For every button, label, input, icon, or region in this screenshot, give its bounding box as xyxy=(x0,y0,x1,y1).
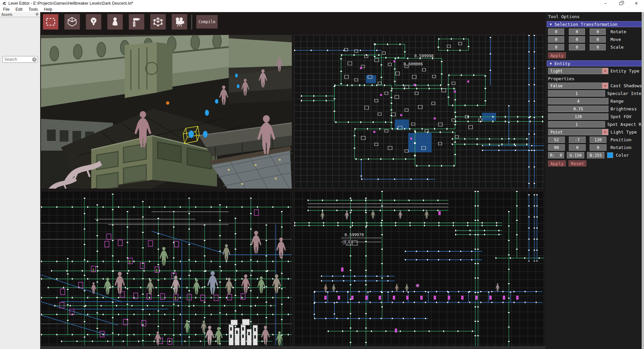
spot-fov-label: Spot FOV xyxy=(610,114,632,119)
toolbar-separator xyxy=(191,15,192,30)
move-label: Move xyxy=(610,37,621,42)
assets-panel-header[interactable]: Assets xyxy=(0,12,40,17)
cube-icon xyxy=(67,17,77,27)
menu-file[interactable]: File xyxy=(0,7,12,12)
select-tool-button[interactable] xyxy=(43,14,58,30)
position-x-input[interactable] xyxy=(548,137,565,143)
movie-camera-icon xyxy=(174,17,184,27)
paint-roller-icon xyxy=(131,17,142,27)
measure-label: 0.599970 xyxy=(344,233,364,237)
rotation-x-input[interactable] xyxy=(548,144,565,151)
brightness-label: Brightness xyxy=(610,106,637,111)
move-z-input[interactable] xyxy=(590,36,606,43)
search-input[interactable] xyxy=(3,57,32,62)
selection-transformation-header[interactable]: ▼ Selection Transformation xyxy=(547,21,643,27)
spot-fov-input[interactable] xyxy=(548,113,608,120)
rotation-z-input[interactable] xyxy=(590,144,606,151)
light-tool-button[interactable] xyxy=(86,14,101,30)
color-swatch[interactable] xyxy=(607,152,613,158)
selection-marquee-icon xyxy=(46,17,56,27)
entity-type-dropdown[interactable]: light ▼ xyxy=(548,68,608,74)
move-x-input[interactable] xyxy=(548,36,564,43)
position-z-input[interactable] xyxy=(590,137,606,143)
measure-label: 0.6 xyxy=(343,240,351,244)
spot-aspect-label: Spot Aspect Ra xyxy=(607,122,644,127)
entity-type-label: Entity Type xyxy=(610,68,639,73)
entity-tool-button[interactable] xyxy=(107,14,123,30)
close-button[interactable]: ✕ xyxy=(629,0,644,7)
position-y-input[interactable] xyxy=(569,137,586,143)
restore-button[interactable] xyxy=(613,0,629,7)
panel-title: Tool Options xyxy=(548,14,644,19)
tool-options-panel: Tool Options ▼ Selection Transformation … xyxy=(545,12,644,349)
lightbulb-icon xyxy=(89,17,99,27)
geometry-tool-button[interactable] xyxy=(64,14,80,30)
viewport-side[interactable]: 0.599970 0.6 xyxy=(294,191,544,346)
viewport-top[interactable]: 0.599998 0.600006 xyxy=(294,35,544,189)
pawn-icon xyxy=(110,17,120,27)
rotate-z-input[interactable] xyxy=(590,29,606,35)
camera-tool-button[interactable] xyxy=(172,14,187,30)
color-green-field[interactable]: G:150 xyxy=(567,152,584,158)
menu-edit[interactable]: Edit xyxy=(12,7,25,12)
rotate-x-input[interactable] xyxy=(548,29,564,35)
pushpin-icon[interactable] xyxy=(36,13,39,16)
rotation-y-input[interactable] xyxy=(569,144,586,151)
scale-label: Scale xyxy=(610,45,624,50)
chevron-down-icon[interactable]: ▼ xyxy=(602,129,608,135)
specular-intensity-input[interactable] xyxy=(548,90,605,97)
position-label: Position xyxy=(610,137,632,142)
range-input[interactable] xyxy=(548,98,608,104)
front-wireframe xyxy=(41,191,292,346)
rotate-y-input[interactable] xyxy=(569,29,585,35)
specular-intensity-label: Specular Inter xyxy=(607,91,644,96)
entity-header[interactable]: ▼ Entity xyxy=(547,60,643,66)
move-y-input[interactable] xyxy=(569,36,585,43)
panel-scrollbar[interactable] xyxy=(642,12,644,349)
spot-aspect-input[interactable] xyxy=(548,121,605,128)
statusbar-strip xyxy=(41,346,545,349)
light-type-label: Light Type xyxy=(610,130,637,135)
vertex-cube-icon xyxy=(153,17,163,27)
chevron-down-icon[interactable]: ▼ xyxy=(602,68,608,74)
scale-z-input[interactable] xyxy=(590,44,606,50)
restore-window-icon xyxy=(620,2,623,5)
menu-tools[interactable]: Tools xyxy=(25,7,41,12)
transform-apply-button[interactable]: Apply xyxy=(548,52,566,58)
perspective-scene xyxy=(41,35,292,189)
entity-apply-button[interactable]: Apply xyxy=(548,160,566,166)
minimize-button[interactable]: – xyxy=(598,0,613,7)
color-label: Color xyxy=(616,153,629,158)
collapse-triangle-icon: ▼ xyxy=(550,62,552,65)
titlebar[interactable]: Level Editor - E:\Projects\Games\Hellbre… xyxy=(0,0,644,7)
toolbar: Compile xyxy=(41,12,545,35)
brightness-input[interactable] xyxy=(548,106,608,112)
compile-button[interactable]: Compile xyxy=(196,15,218,29)
vertex-tool-button[interactable] xyxy=(150,14,166,30)
range-label: Range xyxy=(610,99,624,104)
measure-label: 0.600006 xyxy=(404,62,423,66)
cast-shadows-label: Cast Shadows xyxy=(610,83,642,88)
search-clear-icon[interactable]: ✕ xyxy=(32,57,37,62)
side-wireframe xyxy=(294,191,544,346)
paint-tool-button[interactable] xyxy=(129,14,144,30)
properties-label: Properties xyxy=(548,76,644,81)
color-blue-field[interactable]: B:255 xyxy=(587,152,604,158)
entity-reset-button[interactable]: Reset xyxy=(569,160,586,166)
light-type-dropdown[interactable]: Point ▼ xyxy=(548,129,608,135)
scale-x-input[interactable] xyxy=(548,44,564,50)
viewport-perspective[interactable] xyxy=(41,35,292,189)
chevron-down-icon[interactable]: ▼ xyxy=(602,83,608,89)
menubar: File Edit Tools Help xyxy=(0,7,644,12)
cast-shadows-dropdown[interactable]: False ▼ xyxy=(548,83,608,89)
rotate-label: Rotate xyxy=(610,29,626,34)
color-red-field[interactable]: R: 0 xyxy=(548,152,564,158)
level-editor-app-icon xyxy=(2,1,6,6)
measure-label: 0.599998 xyxy=(414,54,434,58)
rotation-label: Rotation xyxy=(610,145,632,150)
window-title: Level Editor - E:\Projects\Games\Hellbre… xyxy=(8,1,133,6)
scale-y-input[interactable] xyxy=(569,44,585,50)
level-editor-window: Level Editor - E:\Projects\Games\Hellbre… xyxy=(0,0,644,349)
viewport-front[interactable] xyxy=(41,191,292,346)
menu-help[interactable]: Help xyxy=(41,7,55,12)
